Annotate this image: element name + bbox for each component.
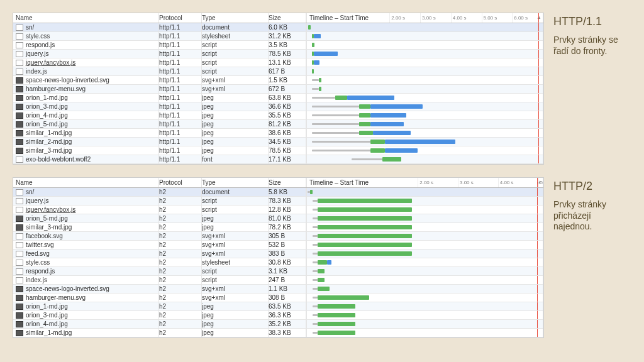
timeline-label: Timeline – Start Time (307, 14, 369, 21)
table-row[interactable]: jquery.fancybox.jshttp/1.1script13.1 KB (13, 58, 543, 67)
table-row[interactable]: orion_1-md.jpghttp/1.1jpeg63.8 KB (13, 94, 543, 102)
cell-name[interactable]: jquery.fancybox.js (13, 206, 159, 214)
cell-name[interactable]: space-news-logo-inverted.svg (13, 285, 159, 293)
table-row[interactable]: space-news-logo-inverted.svghttp/1.1svg+… (13, 76, 543, 85)
table-row[interactable]: twitter.svgh2svg+xml532 B (13, 241, 543, 250)
cell-name[interactable]: hamburger-menu.svg (13, 85, 159, 93)
table-row[interactable]: orion_3-md.jpghttp/1.1jpeg36.6 KB (13, 102, 543, 111)
cell-name[interactable]: similar_3-md.jpg (13, 223, 159, 231)
cell-name[interactable]: hamburger-menu.svg (13, 293, 159, 302)
table-row[interactable]: respond.jshttp/1.1script3.5 KB (13, 41, 543, 50)
cell-name[interactable]: orion_5-md.jpg (13, 120, 159, 128)
cell-name[interactable]: respond.js (13, 267, 159, 275)
cell-protocol: http/1.1 (159, 138, 202, 146)
cell-name[interactable]: orion_4-md.jpg (13, 111, 159, 119)
cell-name[interactable]: sn/ (13, 23, 159, 31)
cell-name[interactable]: facebook.svg (13, 232, 159, 240)
cell-name[interactable]: orion_1-md.jpg (13, 302, 159, 310)
cell-timeline (306, 311, 543, 319)
timing-bar (313, 217, 318, 219)
cell-name[interactable]: jquery.js (13, 50, 159, 58)
table-row[interactable]: jquery.jsh2script78.3 KB (13, 197, 543, 206)
table-row[interactable]: index.jsh2script247 B (13, 276, 543, 285)
cell-name[interactable]: similar_1-md.jpg (13, 329, 159, 337)
table-row[interactable]: similar_3-md.jpghttp/1.1jpeg78.5 KB (13, 146, 543, 155)
cell-protocol: http/1.1 (159, 76, 202, 84)
cell-type: jpeg (202, 146, 269, 155)
cell-protocol: h2 (159, 250, 202, 258)
table-row[interactable]: jquery.fancybox.jsh2script12.8 KB (13, 206, 543, 214)
table-row[interactable]: orion_4-md.jpgh2jpeg35.2 KB (13, 320, 543, 329)
timeline-tick: 5.00 s (482, 13, 497, 23)
table-row[interactable]: orion_5-md.jpghttp/1.1jpeg81.2 KB (13, 120, 543, 129)
cell-name[interactable]: similar_1-md.jpg (13, 129, 159, 137)
table-row[interactable]: orion_1-md.jpgh2jpeg63.5 KB (13, 302, 543, 311)
cell-timeline (306, 146, 543, 155)
table-row[interactable]: space-news-logo-inverted.svgh2svg+xml1.1… (13, 285, 543, 293)
cell-name[interactable]: exo-bold-webfont.woff2 (13, 155, 159, 163)
cell-name[interactable]: space-news-logo-inverted.svg (13, 76, 159, 84)
cell-name[interactable]: twitter.svg (13, 241, 159, 249)
cell-name[interactable]: orion_3-md.jpg (13, 102, 159, 111)
table-row[interactable]: orion_3-md.jpgh2jpeg36.3 KB (13, 311, 543, 320)
table-row[interactable]: sn/http/1.1document6.0 KB (13, 23, 543, 32)
col-type[interactable]: Type (202, 178, 269, 187)
cell-name[interactable]: similar_3-md.jpg (13, 146, 159, 155)
col-size[interactable]: Size (269, 13, 306, 23)
table-row[interactable]: feed.svgh2svg+xml383 B (13, 250, 543, 258)
cell-type: svg+xml (202, 232, 269, 240)
cell-name[interactable]: orion_5-md.jpg (13, 214, 159, 222)
table-row[interactable]: similar_2-md.jpghttp/1.1jpeg34.5 KB (13, 138, 543, 146)
table-row[interactable]: respond.jsh2script3.1 KB (13, 267, 543, 276)
table-row[interactable]: index.jshttp/1.1script617 B (13, 67, 543, 76)
cell-protocol: h2 (159, 214, 202, 222)
col-type[interactable]: Type (202, 13, 269, 23)
cell-timeline (306, 267, 543, 275)
cell-name[interactable]: jquery.js (13, 197, 159, 205)
cell-name[interactable]: sn/ (13, 188, 159, 196)
table-row[interactable]: orion_5-md.jpgh2jpeg81.0 KB (13, 214, 543, 223)
table-row[interactable]: sn/h2document5.8 KB (13, 188, 543, 197)
cell-name[interactable]: respond.js (13, 41, 159, 49)
cell-name[interactable]: orion_4-md.jpg (13, 320, 159, 328)
cell-size: 3.1 KB (269, 267, 306, 275)
timeline-end-marker (538, 32, 539, 40)
file-icon (16, 251, 23, 257)
cell-timeline (306, 32, 543, 40)
cell-name[interactable]: style.css (13, 258, 159, 266)
cell-name[interactable]: orion_3-md.jpg (13, 311, 159, 319)
cell-name[interactable]: orion_1-md.jpg (13, 94, 159, 102)
table-row[interactable]: similar_1-md.jpgh2jpeg38.3 KB (13, 329, 543, 337)
cell-size: 81.2 KB (269, 120, 306, 128)
col-name[interactable]: Name (13, 178, 159, 187)
col-timeline[interactable]: Timeline – Start Time ▲ 2.00 s3.00 s4.00… (306, 178, 543, 187)
col-name[interactable]: Name (13, 13, 159, 23)
cell-type: svg+xml (202, 293, 269, 302)
col-timeline[interactable]: Timeline – Start Time ▲ 2.00 s3.00 s4.00… (306, 13, 543, 23)
table-row[interactable]: hamburger-menu.svgh2svg+xml308 B (13, 293, 543, 302)
table-row[interactable]: facebook.svgh2svg+xml305 B (13, 232, 543, 241)
col-size[interactable]: Size (269, 178, 306, 187)
cell-name[interactable]: jquery.fancybox.js (13, 58, 159, 67)
table-row[interactable]: exo-bold-webfont.woff2http/1.1font17.1 K… (13, 155, 543, 164)
table-row[interactable]: style.cssh2stylesheet30.8 KB (13, 258, 543, 267)
col-protocol[interactable]: Protocol (159, 13, 202, 23)
table-row[interactable]: jquery.jshttp/1.1script78.5 KB (13, 50, 543, 58)
timing-bar (327, 260, 332, 265)
cell-name[interactable]: index.js (13, 67, 159, 75)
table-row[interactable]: similar_3-md.jpgh2jpeg78.2 KB (13, 223, 543, 232)
table-header: Name Protocol Type Size Timeline – Start… (13, 13, 543, 23)
table-row[interactable]: hamburger-menu.svghttp/1.1svg+xml672 B (13, 85, 543, 94)
table-row[interactable]: orion_4-md.jpghttp/1.1jpeg35.5 KB (13, 111, 543, 120)
resource-name: hamburger-menu.svg (26, 85, 86, 92)
table-row[interactable]: style.csshttp/1.1stylesheet31.2 KB (13, 32, 543, 41)
cell-name[interactable]: similar_2-md.jpg (13, 138, 159, 146)
resource-name: twitter.svg (26, 241, 53, 248)
col-protocol[interactable]: Protocol (159, 178, 202, 187)
table-row[interactable]: similar_1-md.jpghttp/1.1jpeg38.6 KB (13, 129, 543, 138)
cell-name[interactable]: style.css (13, 32, 159, 40)
resource-name: hamburger-menu.svg (26, 294, 86, 301)
cell-name[interactable]: index.js (13, 276, 159, 284)
cell-name[interactable]: feed.svg (13, 250, 159, 258)
image-icon (16, 95, 23, 101)
